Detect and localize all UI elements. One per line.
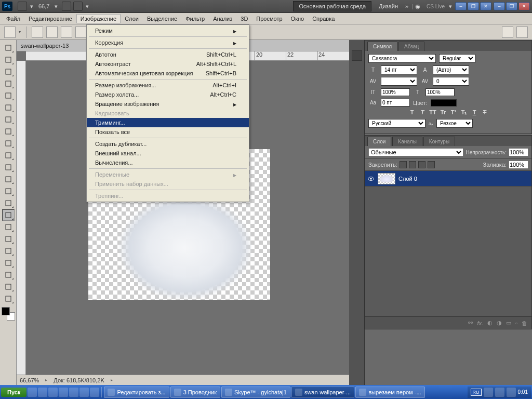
- font-style-select[interactable]: Regular: [439, 54, 475, 63]
- menu-редактирование[interactable]: Редактирование: [24, 14, 76, 23]
- opacity-input[interactable]: [509, 148, 528, 156]
- taskbar-task[interactable]: Skype™ - gylchataj1: [221, 387, 290, 398]
- menu-анализ[interactable]: Анализ: [209, 14, 236, 23]
- lock-all-icon[interactable]: [428, 161, 435, 168]
- underline-button[interactable]: T: [471, 109, 478, 116]
- eyedropper-tool[interactable]: [2, 102, 15, 113]
- path-op2-icon[interactable]: [516, 26, 528, 38]
- type-tool[interactable]: [2, 221, 15, 233]
- new-layer-icon[interactable]: ▫: [515, 320, 517, 326]
- menu-item[interactable]: Внешний канал...: [87, 149, 249, 158]
- subscript-button[interactable]: T₁: [460, 109, 468, 116]
- hscale-input[interactable]: [425, 88, 455, 96]
- wand-tool[interactable]: [2, 78, 15, 89]
- tool-preset-icon[interactable]: [4, 26, 16, 38]
- menu-просмотр[interactable]: Просмотр: [252, 14, 286, 23]
- blur-tool[interactable]: [2, 185, 15, 197]
- menu-item[interactable]: Тримминг...: [87, 118, 249, 127]
- hand-tool[interactable]: [2, 257, 15, 269]
- menu-item[interactable]: Размер холста...Alt+Ctrl+C: [87, 90, 249, 99]
- zoom-tool[interactable]: [2, 293, 15, 304]
- tray-icon[interactable]: [507, 388, 516, 397]
- language-indicator[interactable]: RU: [471, 389, 482, 396]
- menu-справка[interactable]: Справка: [308, 14, 339, 23]
- adjustment-icon[interactable]: ◑: [497, 320, 502, 326]
- bold-button[interactable]: T: [408, 109, 416, 116]
- menu-item[interactable]: Вращение изображения▶: [87, 99, 249, 109]
- quicklaunch-icon[interactable]: [90, 388, 99, 397]
- trash-icon[interactable]: 🗑: [522, 320, 527, 326]
- superscript-button[interactable]: T¹: [450, 109, 457, 116]
- menu-item[interactable]: Размер изображения...Alt+Ctrl+I: [87, 81, 249, 90]
- history-tool[interactable]: [2, 150, 15, 161]
- cslive-button[interactable]: CS Live: [427, 4, 445, 9]
- layer-thumbnail[interactable]: [378, 173, 395, 184]
- quicklaunch-icon[interactable]: [69, 388, 78, 397]
- quicklaunch-icon[interactable]: [28, 388, 37, 397]
- launch-bridge-icon[interactable]: [18, 2, 27, 11]
- strike-button[interactable]: T: [481, 109, 488, 116]
- move-tool[interactable]: [2, 42, 15, 54]
- mask-icon[interactable]: ◐: [487, 320, 493, 326]
- font-size-select[interactable]: 14 пт: [381, 65, 417, 74]
- quicklaunch-icon[interactable]: [79, 388, 89, 397]
- fg-color-swatch[interactable]: [2, 307, 10, 315]
- dodge-tool[interactable]: [2, 197, 15, 209]
- lock-position-icon[interactable]: [418, 161, 425, 168]
- healing-tool[interactable]: [2, 114, 15, 125]
- path-mode-icon[interactable]: [32, 26, 43, 38]
- freeform-pen-icon[interactable]: [75, 26, 87, 38]
- crop-tool[interactable]: [2, 90, 15, 101]
- menu-окно[interactable]: Окно: [287, 14, 309, 23]
- visibility-icon[interactable]: [367, 175, 375, 182]
- status-zoom[interactable]: 66,67%: [20, 377, 39, 383]
- zoom-level[interactable]: 66,7: [38, 3, 49, 9]
- vscale-input[interactable]: [381, 88, 410, 96]
- leading-select[interactable]: (Авто): [433, 65, 469, 74]
- menu-фильтр[interactable]: Фильтр: [181, 14, 209, 23]
- gradient-tool[interactable]: [2, 174, 15, 185]
- lock-transparent-icon[interactable]: [400, 161, 407, 168]
- menu-item[interactable]: Режим▶: [87, 26, 249, 35]
- menu-item[interactable]: Коррекция▶: [87, 38, 249, 47]
- close-button[interactable]: ✕: [518, 2, 530, 10]
- taskbar-task[interactable]: вырезаем пером -...: [355, 387, 424, 398]
- tab-paths[interactable]: Контуры: [423, 137, 455, 146]
- layer-name[interactable]: Слой 0: [398, 176, 417, 182]
- quicklaunch-icon[interactable]: [48, 388, 58, 397]
- workspace-essentials-button[interactable]: Основная рабочая среда: [293, 1, 371, 11]
- arrange-icon[interactable]: [62, 2, 71, 11]
- stamp-tool[interactable]: [2, 138, 15, 149]
- tab-character[interactable]: Символ: [367, 42, 397, 51]
- workspace-design-button[interactable]: Дизайн: [375, 2, 402, 11]
- tracking-select[interactable]: 0: [433, 77, 469, 86]
- status-docsize[interactable]: Док: 618,5K/810,2K: [54, 377, 104, 383]
- taskbar-task[interactable]: Редактировать з...: [104, 387, 169, 398]
- 3d-rotate-tool[interactable]: [2, 269, 15, 281]
- font-family-select[interactable]: Cassandra: [368, 54, 436, 63]
- brush-tool[interactable]: [2, 126, 15, 137]
- allcaps-button[interactable]: TT: [429, 109, 436, 116]
- menu-item[interactable]: Автоматическая цветовая коррекцияShift+C…: [87, 69, 249, 78]
- tab-channels[interactable]: Каналы: [392, 137, 422, 146]
- lock-pixels-icon[interactable]: [409, 161, 416, 168]
- start-button[interactable]: Пуск: [1, 388, 26, 397]
- minimize-button[interactable]: –: [494, 2, 505, 10]
- clock[interactable]: 0:01: [518, 389, 528, 395]
- collapsed-panel-icon[interactable]: [352, 50, 362, 61]
- menu-выделение[interactable]: Выделение: [143, 14, 181, 23]
- restore-inner-button[interactable]: ❐: [468, 2, 479, 10]
- fx-icon[interactable]: fx.: [477, 320, 483, 326]
- menu-item[interactable]: АвтоконтрастAlt+Shift+Ctrl+L: [87, 59, 249, 69]
- menu-файл[interactable]: Файл: [2, 14, 24, 23]
- folder-icon[interactable]: ▭: [506, 320, 511, 326]
- screen-mode-icon[interactable]: [73, 2, 83, 11]
- menu-изображение[interactable]: Изображение: [76, 14, 121, 23]
- menu-item[interactable]: Создать дубликат...: [87, 139, 249, 149]
- path-select-tool[interactable]: [2, 233, 15, 245]
- maximize-button[interactable]: ❐: [506, 2, 517, 10]
- fill-input[interactable]: [509, 161, 528, 169]
- eraser-tool[interactable]: [2, 162, 15, 173]
- text-color-swatch[interactable]: [431, 99, 457, 107]
- path-op1-icon[interactable]: [502, 26, 513, 38]
